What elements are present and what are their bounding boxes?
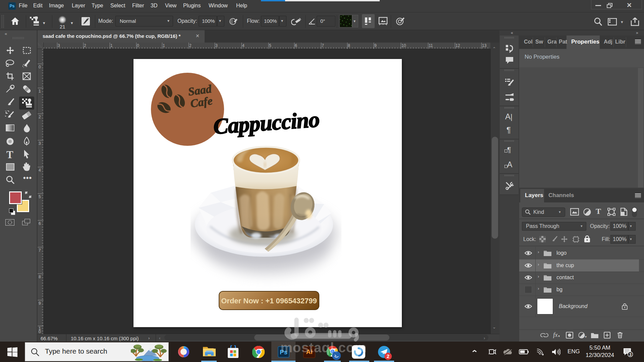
svg-text:3: 3 [629,352,632,357]
svg-text:Cafe: Cafe [190,94,213,110]
